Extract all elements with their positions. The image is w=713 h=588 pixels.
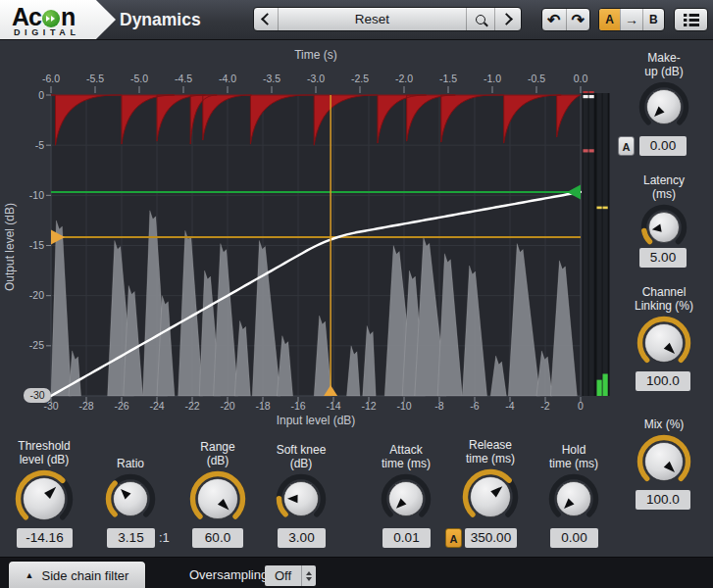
mix-knob[interactable] bbox=[633, 430, 695, 497]
svg-text:Time (s): Time (s) bbox=[294, 48, 337, 62]
redo-button[interactable]: ↷ bbox=[566, 9, 590, 30]
svg-text:0: 0 bbox=[38, 89, 44, 101]
makeup-label: Make-up (dB) bbox=[644, 51, 683, 78]
side-chain-filter-button[interactable]: ▲ Side chain filter bbox=[8, 561, 146, 588]
list-icon bbox=[684, 14, 699, 26]
oversampling-select[interactable]: Off bbox=[265, 565, 316, 586]
linking-knob[interactable] bbox=[633, 312, 695, 378]
undo-button[interactable]: ↶ bbox=[542, 9, 566, 30]
time-axis: -6.0-5.5-5.0-4.5-4.0-3.5-3.0-2.5-2.0-1.5… bbox=[42, 48, 587, 93]
svg-text:-28: -28 bbox=[78, 400, 93, 412]
svg-text:-5: -5 bbox=[35, 139, 44, 151]
svg-text:-30: -30 bbox=[29, 389, 44, 401]
svg-text:-2: -2 bbox=[540, 400, 549, 412]
makeup-knob[interactable] bbox=[635, 77, 693, 140]
ab-b-button[interactable]: B bbox=[642, 9, 664, 30]
svg-text:0.0: 0.0 bbox=[574, 73, 588, 84]
svg-text:-1.0: -1.0 bbox=[484, 73, 501, 84]
svg-text:-5.5: -5.5 bbox=[86, 73, 104, 84]
ab-copy-arrow-button[interactable]: → bbox=[620, 9, 641, 30]
hold-value[interactable]: 0.00 bbox=[550, 528, 598, 548]
svg-text:-10: -10 bbox=[29, 189, 44, 201]
undo-redo-group: ↶ ↷ bbox=[541, 8, 590, 31]
makeup-auto-button[interactable]: A bbox=[618, 136, 635, 156]
latency-value[interactable]: 5.00 bbox=[639, 248, 687, 268]
release-knob[interactable] bbox=[458, 465, 523, 533]
threshold-value[interactable]: -14.16 bbox=[17, 528, 73, 548]
preset-bar: Reset bbox=[253, 7, 522, 31]
acon-digital-logo: Ac n DIGITAL bbox=[0, 0, 116, 39]
preset-name[interactable]: Reset bbox=[278, 8, 466, 30]
softknee-knob[interactable] bbox=[272, 469, 331, 532]
release-auto-button[interactable]: A bbox=[445, 528, 462, 548]
y-min-badge[interactable]: -30 bbox=[24, 388, 51, 403]
ratio-suffix: :1 bbox=[159, 528, 170, 548]
svg-text:-4: -4 bbox=[505, 400, 514, 412]
mix-label: Mix (%) bbox=[644, 417, 685, 431]
softknee-value[interactable]: 3.00 bbox=[278, 528, 326, 548]
menu-button[interactable] bbox=[674, 8, 708, 31]
dynamics-graph: -6.0-5.5-5.0-4.5-4.0-3.5-3.0-2.5-2.0-1.5… bbox=[0, 39, 628, 461]
linking-label: ChannelLinking (%) bbox=[635, 285, 693, 313]
bottom-bar: ▲ Side chain filter Oversampling: Off bbox=[0, 557, 713, 588]
preset-prev-button[interactable] bbox=[254, 8, 278, 30]
mix-value[interactable]: 100.0 bbox=[636, 490, 690, 510]
logo-subtitle: DIGITAL bbox=[14, 27, 80, 37]
hold-label: Holdtime (ms) bbox=[549, 443, 598, 470]
svg-text:-12: -12 bbox=[361, 400, 376, 412]
svg-text:-10: -10 bbox=[396, 400, 411, 412]
ratio-label: Ratio bbox=[117, 457, 144, 470]
level-meters bbox=[583, 91, 610, 396]
makeup-value[interactable]: 0.00 bbox=[639, 136, 687, 156]
side-chain-filter-label: Side chain filter bbox=[42, 568, 129, 583]
svg-text:-20: -20 bbox=[29, 289, 44, 301]
threshold-label: Thresholdlevel (dB) bbox=[18, 439, 70, 466]
play-play-icon bbox=[42, 10, 60, 27]
svg-text:-20: -20 bbox=[220, 400, 234, 412]
ratio-knob[interactable] bbox=[101, 469, 160, 532]
svg-text:-15: -15 bbox=[29, 239, 44, 251]
linking-value[interactable]: 100.0 bbox=[636, 371, 690, 391]
softknee-label: Soft knee(dB) bbox=[277, 443, 327, 470]
svg-text:Input level (dB): Input level (dB) bbox=[277, 414, 356, 427]
ab-a-button[interactable]: A bbox=[599, 9, 620, 30]
svg-text:-2.0: -2.0 bbox=[395, 73, 413, 84]
attack-value[interactable]: 0.01 bbox=[382, 528, 431, 548]
svg-text:-4.5: -4.5 bbox=[175, 73, 192, 84]
svg-text:-14: -14 bbox=[326, 400, 340, 412]
svg-text:-5.0: -5.0 bbox=[130, 73, 148, 84]
svg-text:-22: -22 bbox=[184, 400, 199, 412]
oversampling-value: Off bbox=[265, 568, 301, 583]
threshold-knob[interactable] bbox=[11, 466, 77, 536]
svg-text:-1.5: -1.5 bbox=[439, 73, 457, 84]
chevron-left-icon bbox=[261, 13, 274, 25]
preset-next-button[interactable] bbox=[494, 8, 521, 30]
output-axis: 0-5-10-15-20-25-30Output level (dB) bbox=[3, 89, 51, 404]
latency-label: Latency(ms) bbox=[643, 173, 685, 201]
range-knob[interactable] bbox=[185, 466, 250, 535]
svg-text:-4.0: -4.0 bbox=[219, 73, 236, 84]
svg-text:-3.0: -3.0 bbox=[307, 73, 325, 84]
svg-text:-24: -24 bbox=[149, 400, 164, 412]
ratio-value[interactable]: 3.15 bbox=[107, 528, 155, 548]
svg-text:-8: -8 bbox=[434, 400, 443, 412]
range-value[interactable]: 60.0 bbox=[192, 528, 243, 548]
spinner-arrows-icon bbox=[301, 565, 316, 586]
attack-knob[interactable] bbox=[377, 469, 435, 532]
svg-text:-16: -16 bbox=[290, 400, 305, 412]
hold-knob[interactable] bbox=[544, 469, 603, 532]
release-label: Releasetime (ms) bbox=[466, 438, 515, 466]
svg-text:-2.5: -2.5 bbox=[351, 73, 369, 84]
range-label: Range(dB) bbox=[200, 440, 234, 467]
svg-text:-18: -18 bbox=[255, 400, 270, 412]
preset-search-button[interactable] bbox=[466, 8, 494, 30]
magnifier-icon bbox=[476, 15, 485, 24]
svg-text:-0.5: -0.5 bbox=[528, 73, 545, 84]
plugin-title: Dynamics bbox=[120, 0, 201, 39]
attack-label: Attacktime (ms) bbox=[382, 443, 431, 470]
oversampling-label: Oversampling: bbox=[189, 564, 272, 587]
title-bar: Ac n DIGITAL Dynamics Reset ↶ ↷ A → B bbox=[0, 0, 713, 40]
collapse-up-icon: ▲ bbox=[25, 570, 34, 580]
release-value[interactable]: 350.00 bbox=[465, 528, 517, 548]
ab-compare-group: A → B bbox=[598, 8, 665, 31]
